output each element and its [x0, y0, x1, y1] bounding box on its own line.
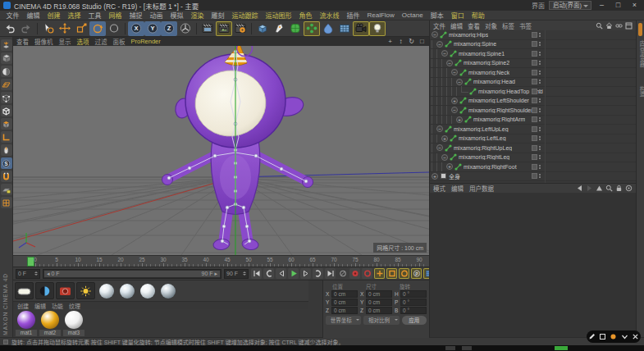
expand-icon[interactable]	[620, 333, 628, 341]
object-label[interactable]: mixamorig:Spine	[454, 41, 496, 47]
editor-render-dots[interactable]	[539, 71, 541, 75]
layer-icon[interactable]	[532, 173, 537, 179]
om-menu-标签[interactable]: 标签	[502, 21, 514, 30]
apply-button[interactable]: 应用	[402, 316, 427, 325]
expander-icon[interactable]: −	[436, 144, 443, 151]
layer-icon[interactable]	[532, 116, 537, 122]
tree-row[interactable]: −mixamorig:Neck	[430, 68, 636, 78]
sphere-2-icon[interactable]	[117, 282, 136, 299]
tree-row[interactable]: −mixamorig:RightLeg	[430, 153, 636, 163]
object-label[interactable]: mixamorig:RightShoulder	[468, 107, 533, 113]
expander-icon[interactable]: −	[446, 60, 453, 66]
menu-捕捉[interactable]: 捕捉	[126, 11, 146, 20]
live-selection-button[interactable]	[40, 21, 57, 36]
editor-render-dots[interactable]	[539, 61, 541, 65]
tab-structure[interactable]: 构造	[637, 86, 644, 97]
previous-key-button[interactable]	[263, 268, 274, 279]
object-label[interactable]: mixamorig:Head	[473, 79, 515, 84]
material-mat3[interactable]: mat3	[63, 311, 84, 337]
menu-模拟[interactable]: 模拟	[167, 11, 187, 20]
light-button[interactable]	[369, 21, 386, 36]
tree-row[interactable]: −mixamorig:Spine	[430, 40, 636, 50]
material-menu-编辑[interactable]: 编辑	[34, 302, 46, 310]
rotation-h-field[interactable]: 0 °	[400, 290, 427, 298]
autokeying-button[interactable]	[362, 268, 372, 279]
visibility-toggles[interactable]	[532, 164, 541, 170]
visibility-toggles[interactable]	[532, 41, 541, 47]
menu-窗口[interactable]: 窗口	[447, 11, 468, 20]
render-picture-viewer-button[interactable]	[216, 21, 232, 36]
lock-x-button[interactable]: X	[128, 21, 144, 36]
capsule-icon[interactable]	[15, 282, 34, 299]
editor-render-dots[interactable]	[539, 146, 541, 150]
taskbar-item[interactable]	[445, 346, 455, 350]
editor-render-dots[interactable]	[539, 89, 541, 93]
volume-button[interactable]	[320, 21, 336, 36]
rotation-b-field[interactable]: 0 °	[400, 307, 427, 314]
om-menu-查看[interactable]: 查看	[468, 21, 480, 30]
tree-row[interactable]: +全身	[430, 172, 636, 182]
editor-render-dots[interactable]	[539, 33, 541, 37]
points-mode-button[interactable]	[1, 92, 12, 103]
layer-icon[interactable]	[532, 145, 537, 151]
menu-角色[interactable]: 角色	[295, 11, 316, 20]
visibility-toggles[interactable]	[532, 51, 541, 57]
minimize-button[interactable]: –	[596, 0, 608, 11]
array-button[interactable]	[336, 21, 353, 36]
maximize-view-icon[interactable]: □	[418, 38, 426, 45]
menu-插件[interactable]: 插件	[343, 11, 363, 20]
menu-选择[interactable]: 选择	[64, 11, 84, 20]
pen-button[interactable]	[271, 21, 287, 36]
object-label[interactable]: mixamorig:Spine2	[464, 60, 509, 66]
quantize-button[interactable]	[1, 197, 12, 208]
scale-button[interactable]	[73, 21, 89, 36]
make-editable-button[interactable]	[1, 39, 12, 51]
start-frame-field[interactable]: 0 F	[16, 269, 40, 279]
object-label[interactable]: mixamorig:LeftLeg	[459, 135, 506, 141]
object-label[interactable]: mixamorig:RightUpLeg	[454, 145, 512, 151]
layer-icon[interactable]	[532, 32, 537, 38]
object-label[interactable]: mixamorig:Hips	[449, 32, 488, 38]
editor-render-dots[interactable]	[539, 174, 541, 178]
record-dot-icon[interactable]	[610, 333, 618, 341]
visibility-toggles[interactable]	[532, 116, 541, 122]
visibility-toggles[interactable]	[532, 98, 541, 103]
editor-render-dots[interactable]	[539, 155, 541, 159]
material-mat1[interactable]: mat1	[16, 311, 37, 337]
editor-render-dots[interactable]	[539, 42, 541, 46]
layer-icon[interactable]	[532, 79, 537, 84]
tree-row[interactable]: −mixamorig:RightShoulder	[430, 106, 636, 116]
cube-button[interactable]	[254, 21, 271, 36]
material-mat2[interactable]: mat2	[39, 311, 61, 337]
viewport-menu-显示[interactable]: 显示	[59, 37, 71, 46]
move-button[interactable]	[57, 21, 73, 36]
play-button[interactable]	[288, 268, 299, 279]
size-z-field[interactable]: 0 cm	[366, 307, 392, 314]
om-menu-文件[interactable]: 文件	[433, 21, 445, 30]
coord-system-button[interactable]	[177, 21, 194, 36]
next-key-button[interactable]	[313, 268, 323, 279]
lock-y-button[interactable]: Y	[144, 21, 161, 36]
zoom-icon[interactable]: ↕	[397, 38, 404, 45]
visibility-toggles[interactable]	[532, 173, 541, 179]
redo-button[interactable]	[18, 21, 34, 36]
viewport-menu-过滤[interactable]: 过滤	[95, 37, 107, 46]
viewport-menu-面板[interactable]: 面板	[113, 37, 126, 46]
camera-button[interactable]	[353, 21, 369, 36]
position-z-field[interactable]: 0 cm	[331, 307, 358, 314]
expander-icon[interactable]: −	[456, 79, 463, 85]
expander-icon[interactable]: +	[432, 173, 438, 180]
visibility-toggles[interactable]	[532, 79, 541, 84]
am-tab-用户数据[interactable]: 用户数据	[469, 184, 494, 193]
viewport-menu-摄像机[interactable]: 摄像机	[34, 37, 53, 46]
layer-icon[interactable]	[532, 89, 537, 94]
rotate-view-icon[interactable]: ↻	[408, 38, 415, 45]
menu-运动图形[interactable]: 运动图形	[262, 11, 295, 20]
viewport-menu-查看[interactable]: 查看	[16, 37, 29, 46]
link-icon[interactable]	[615, 22, 623, 30]
editor-render-dots[interactable]	[539, 80, 541, 84]
position-x-field[interactable]: 0 cm	[331, 290, 358, 298]
key-scale-button[interactable]	[386, 268, 397, 279]
object-label[interactable]: mixamorig:Spine1	[459, 51, 505, 57]
am-tab-编辑[interactable]: 编辑	[451, 184, 464, 193]
